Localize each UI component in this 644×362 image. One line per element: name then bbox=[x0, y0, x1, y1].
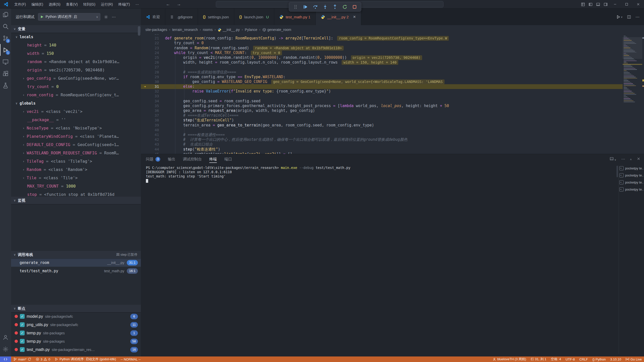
layout-grid-icon[interactable] bbox=[579, 0, 587, 9]
code-line[interactable]: 25 origin = vec2i(random.randint(0, 1000… bbox=[141, 55, 623, 60]
restart-button[interactable] bbox=[341, 3, 349, 11]
breakpoint-checkbox[interactable]: ✓ bbox=[20, 322, 25, 327]
code-line[interactable]: 23 random = Random(room_config.seed)rand… bbox=[141, 46, 623, 51]
minimize-icon[interactable] bbox=[609, 0, 621, 9]
breakpoint-checkbox[interactable]: ✓ bbox=[20, 314, 25, 319]
line-number[interactable]: 41 bbox=[149, 132, 160, 137]
close-icon[interactable] bbox=[637, 157, 640, 162]
code-line[interactable]: 41 # ====检查连通性==== bbox=[141, 132, 623, 137]
branch-item[interactable]: main* bbox=[11, 356, 33, 362]
more-icon[interactable]: ⋯ bbox=[635, 15, 639, 19]
encoding-item[interactable]: UTF-8 bbox=[563, 356, 577, 362]
panel-tab-调试控制台[interactable]: 调试控制台 bbox=[183, 154, 202, 164]
menu-item[interactable]: 选择(S) bbox=[46, 0, 63, 9]
run-python-file-button[interactable]: ∨ bbox=[616, 15, 623, 19]
continue-button[interactable] bbox=[301, 3, 309, 11]
python-version-item[interactable]: 3.10.10 bbox=[608, 356, 623, 362]
minimap[interactable] bbox=[623, 34, 642, 154]
variable-row[interactable]: height = 140 bbox=[11, 41, 141, 49]
activity-remote-explorer-icon[interactable] bbox=[0, 56, 11, 68]
menu-item[interactable]: 文件(F) bbox=[12, 0, 29, 9]
line-number[interactable]: 31 bbox=[149, 84, 160, 89]
editor-tab[interactable]: {}launch.jsonU bbox=[234, 9, 274, 25]
line-number[interactable]: 44 bbox=[149, 147, 160, 152]
editor-tab[interactable]: .gdignore bbox=[165, 9, 198, 25]
breakpoint-row[interactable]: ✓temp.pysite-packages1 bbox=[11, 329, 141, 337]
breadcrumb-item[interactable]: terrain_research bbox=[172, 28, 198, 32]
code-line[interactable]: 32 raise ValueError(f"Invalid env type: … bbox=[141, 89, 623, 94]
breadcrumb-item[interactable]: __init__.py bbox=[218, 28, 240, 32]
variable-row[interactable]: width = 150 bbox=[11, 49, 141, 58]
callstack-section-header[interactable]: ∨ 调用堆栈 因 step 已暂停 bbox=[11, 251, 141, 258]
activity-account-icon[interactable] bbox=[0, 331, 11, 343]
line-number[interactable]: 40 bbox=[149, 128, 160, 132]
breakpoint-row[interactable]: ✓png_utils.pysite-packages\wfc11 bbox=[11, 321, 141, 329]
menu-item[interactable]: 查看(V) bbox=[63, 0, 80, 9]
code-line[interactable]: 24 while try_count < MAX_TRY_COUNT:try_c… bbox=[141, 51, 623, 55]
breakpoint-row[interactable]: ✓test_math.pysite-packages\terrain_res…1… bbox=[11, 345, 141, 354]
debug-config-dropdown[interactable]: Python 调试程序: 启 ∨ bbox=[38, 13, 100, 21]
editor-tab[interactable]: 欢迎 bbox=[141, 9, 165, 25]
toggle-sidebar-icon[interactable] bbox=[587, 0, 594, 9]
breakpoints-section-header[interactable]: ∨ 断点 bbox=[11, 305, 141, 312]
variable-row[interactable]: origin = vec2i(7205730, 9024468) bbox=[11, 66, 141, 74]
variable-row[interactable]: random = <Random object at 0x1bf9d01e… bbox=[11, 58, 141, 66]
code-line[interactable]: 40 bbox=[141, 128, 623, 132]
line-number[interactable]: 32 bbox=[149, 89, 160, 94]
blame-item[interactable]: blueloveTH (3 周前) bbox=[490, 356, 529, 362]
split-editor-icon[interactable] bbox=[627, 15, 631, 19]
panel-tab-终端[interactable]: 终端 bbox=[209, 154, 217, 164]
chevron-up-icon[interactable]: ˄ bbox=[630, 157, 632, 161]
menu-item[interactable]: 运行(R) bbox=[98, 0, 115, 9]
variables-section-header[interactable]: ∨ 变量 bbox=[11, 25, 141, 33]
code-line[interactable]: 21def generate_room(room_config: RoomReq… bbox=[141, 36, 623, 41]
variable-row[interactable]: stop = <function stop at 0x1bf8d716d bbox=[11, 190, 141, 197]
nav-forward-icon[interactable]: → bbox=[177, 2, 181, 7]
stack-frame[interactable]: generate_room__init__.py31:1 bbox=[11, 258, 141, 267]
terminal-list-item[interactable]: >_pocketpy te… bbox=[619, 172, 643, 179]
activity-run-debug-icon[interactable]: 1 bbox=[0, 44, 11, 56]
variable-row[interactable]: MAX_TRY_COUNT = 1000 bbox=[11, 182, 141, 190]
line-number[interactable]: 29 bbox=[149, 75, 160, 79]
close-icon[interactable] bbox=[632, 0, 644, 9]
variable-row[interactable]: ›room_config = RoomRequestConfig(env_t… bbox=[11, 91, 141, 99]
code-line[interactable]: 42 # 计算每一个出口的中心，然后使用astar生成路径，确保每一个出口组合都… bbox=[141, 137, 623, 142]
code-line[interactable]: 35 geo_config.primary_forces.geothermal_… bbox=[141, 104, 623, 108]
language-item[interactable]: {} Python bbox=[590, 356, 608, 362]
toggle-panel-icon[interactable] bbox=[594, 0, 602, 9]
line-number[interactable]: 37 bbox=[149, 113, 160, 118]
breakpoint-row[interactable]: ✓model.pysite-packages\wfc6 bbox=[11, 312, 141, 321]
breakpoint-checkbox[interactable]: ✓ bbox=[20, 347, 25, 352]
variable-row[interactable]: ∨locals bbox=[11, 33, 141, 41]
activity-explorer-icon[interactable] bbox=[0, 9, 11, 20]
watch-section-header[interactable]: ∨ 监视 bbox=[11, 197, 141, 204]
activity-settings-gear-icon[interactable] bbox=[0, 343, 11, 355]
start-debug-icon[interactable] bbox=[40, 15, 44, 19]
menu-item[interactable]: 编辑(E) bbox=[29, 0, 46, 9]
breadcrumb-item[interactable]: Pylance bbox=[245, 28, 257, 32]
code-line[interactable]: 34 geo_config.seed = room_config.seed bbox=[141, 99, 623, 104]
eol-item[interactable]: CRLF bbox=[577, 356, 590, 362]
breadcrumb-item[interactable]: site-packages bbox=[145, 28, 167, 32]
terminal-list-item[interactable]: >_pocketpy te… bbox=[619, 186, 643, 193]
line-number[interactable]: 26 bbox=[149, 60, 160, 65]
variable-row[interactable]: ›PlanetaryWindConfig = <class 'Planeta… bbox=[11, 132, 141, 141]
editor-tab[interactable]: {}settings.json bbox=[198, 9, 234, 25]
indentation-item[interactable]: 空格: 4 bbox=[549, 356, 563, 362]
line-number[interactable]: 33 bbox=[149, 94, 160, 99]
sidebar-scrollbar[interactable] bbox=[138, 26, 140, 36]
line-number[interactable]: 35 bbox=[149, 104, 160, 108]
code-line[interactable]: 33 bbox=[141, 94, 623, 99]
more-icon[interactable]: ⋯ bbox=[621, 157, 625, 161]
line-number[interactable]: 23 bbox=[149, 46, 160, 51]
variable-row[interactable]: ›vec2i = <class 'vec2i'> bbox=[11, 107, 141, 116]
line-number[interactable]: 22 bbox=[149, 41, 160, 46]
line-number[interactable]: 20 bbox=[149, 34, 160, 36]
panel-tab-问题[interactable]: 问题3 bbox=[146, 154, 160, 164]
variable-row[interactable]: ›WASTELAND_ROOM_REQUEST_CONFIG = RoomR… bbox=[11, 149, 141, 157]
variable-row[interactable]: ›geo_config = GeoConfig(seed=None, wor… bbox=[11, 74, 141, 82]
code-line[interactable]: 30 geo_config = WASTELAND_GEO_CONFIGgeo_… bbox=[141, 79, 623, 84]
variable-row[interactable]: ∨globals bbox=[11, 99, 141, 107]
line-number[interactable]: 36 bbox=[149, 108, 160, 113]
breadcrumb-item[interactable]: generate_room bbox=[262, 28, 291, 32]
